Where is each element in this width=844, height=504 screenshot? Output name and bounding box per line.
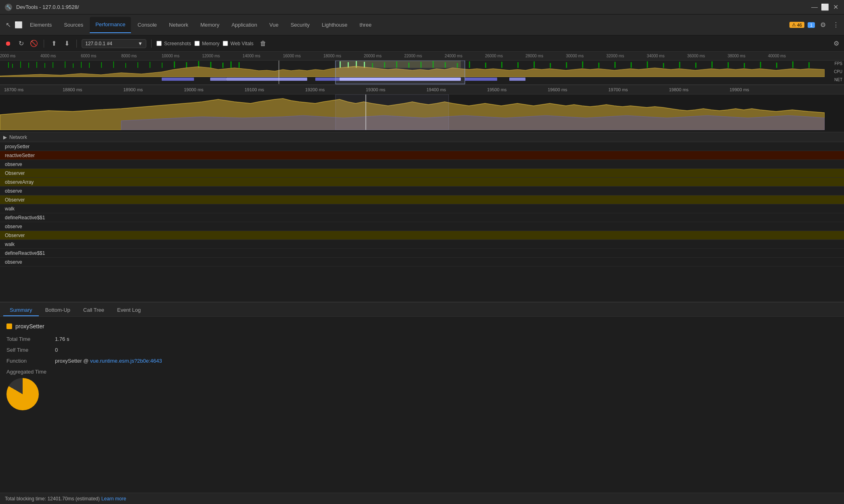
info-badge[interactable]: 1 (808, 22, 815, 28)
tab-memory[interactable]: Memory (195, 17, 225, 33)
tab-console[interactable]: Console (132, 17, 162, 33)
call-row-observer-1[interactable]: Observer (0, 169, 844, 178)
call-row-proxysetter[interactable]: proxySetter (0, 142, 844, 151)
call-row-observer-2[interactable]: Observer (0, 195, 844, 204)
svg-rect-11 (101, 62, 102, 68)
divider-2 (76, 40, 77, 48)
cursor-tool-button[interactable]: ↖ (3, 20, 13, 30)
zoom-label-12: 19900 ms (730, 87, 749, 92)
url-selector[interactable]: 127.0.0.1 #4 ▼ (82, 39, 146, 48)
time-label-1: 4000 ms (40, 54, 56, 58)
tab-bottom-up[interactable]: Bottom-Up (39, 304, 77, 316)
time-label-2: 6000 ms (81, 54, 96, 58)
call-stack-panel[interactable]: ▶ Network proxySetter reactiveSetter obs… (0, 132, 844, 302)
web-vitals-checkbox[interactable] (223, 41, 228, 46)
zoom-label-8: 19500 ms (487, 87, 506, 92)
web-vitals-label[interactable]: Web Vitals (230, 41, 253, 46)
time-label-9: 20000 ms (364, 54, 382, 58)
inspect-tool-button[interactable]: ⬜ (14, 20, 23, 30)
tab-vue[interactable]: Vue (264, 17, 284, 33)
screenshots-checkbox[interactable] (156, 41, 162, 46)
more-button[interactable]: ⋮ (831, 20, 841, 30)
time-label-0: 2000 ms (0, 54, 15, 58)
svg-rect-18 (186, 62, 187, 68)
zoom-label-6: 19300 ms (366, 87, 385, 92)
time-label-5: 12000 ms (202, 54, 220, 58)
network-arrow-icon: ▶ (3, 134, 7, 140)
call-row-walk-2[interactable]: walk (0, 240, 844, 249)
network-section-header[interactable]: ▶ Network (0, 132, 844, 142)
clear-button[interactable]: 🚫 (29, 39, 39, 48)
function-link[interactable]: vue.runtime.esm.js?2b0e:4643 (90, 358, 162, 364)
perf-settings-button[interactable]: ⚙ (832, 38, 841, 49)
call-row-reactivesetter[interactable]: reactiveSetter (0, 151, 844, 160)
delete-button[interactable]: 🗑 (258, 39, 268, 48)
zoom-label-7: 19400 ms (426, 87, 446, 92)
maximize-button[interactable]: ⬜ (821, 4, 829, 11)
call-row-definereactive-2[interactable]: defineReactive$$1 (0, 249, 844, 258)
svg-rect-59 (162, 78, 194, 81)
settings-button[interactable]: ⚙ (818, 20, 828, 30)
screenshots-label[interactable]: Screenshots (164, 41, 191, 46)
tab-application[interactable]: Application (226, 17, 263, 33)
tab-event-log[interactable]: Event Log (111, 304, 148, 316)
time-label-13: 28000 ms (525, 54, 543, 58)
time-label-11: 24000 ms (445, 54, 462, 58)
tab-call-tree[interactable]: Call Tree (77, 304, 111, 316)
memory-checkbox[interactable] (194, 41, 200, 46)
aggregated-time-title: Aggregated Time (6, 369, 838, 375)
cpu-side-label: CPU (834, 69, 842, 74)
summary-total-time-row: Total Time 1.76 s (6, 336, 838, 342)
time-label-12: 26000 ms (485, 54, 503, 58)
call-row-observe-2[interactable]: observe (0, 187, 844, 195)
tab-performance[interactable]: Performance (90, 17, 131, 33)
call-label: reactiveSetter (5, 153, 35, 158)
learn-more-link[interactable]: Learn more (101, 496, 126, 502)
tab-three[interactable]: three (354, 17, 378, 33)
svg-rect-17 (174, 61, 175, 68)
close-button[interactable]: ✕ (832, 4, 839, 11)
call-row-observearray[interactable]: observeArray (0, 178, 844, 187)
download-button[interactable]: ⬇ (62, 39, 72, 48)
svg-rect-7 (65, 61, 65, 68)
summary-function-name: proxySetter (15, 323, 44, 330)
svg-rect-22 (230, 61, 232, 68)
overview-svg (0, 61, 825, 85)
tab-sources[interactable]: Sources (58, 17, 89, 33)
svg-rect-55 (760, 62, 761, 68)
upload-button[interactable]: ⬆ (49, 39, 59, 48)
call-row-observer-3[interactable]: Observer (0, 231, 844, 240)
time-label-16: 34000 ms (647, 54, 665, 58)
time-label-19: 40000 ms (768, 54, 786, 58)
reload-record-button[interactable]: ↻ (16, 39, 26, 48)
call-label: observe (5, 224, 22, 229)
main-timeline-detail[interactable]: 18700 ms 18800 ms 18900 ms 19000 ms 1910… (0, 85, 844, 131)
call-row-observe-3[interactable]: observe (0, 222, 844, 231)
memory-label[interactable]: Memory (202, 41, 219, 46)
tab-security[interactable]: Security (285, 17, 315, 33)
timeline-container[interactable]: 2000 ms 4000 ms 6000 ms 8000 ms 10000 ms… (0, 52, 844, 132)
call-row-definereactive-1[interactable]: defineReactive$$1 (0, 213, 844, 222)
call-label: Observer (5, 233, 25, 238)
function-label: Function (6, 358, 55, 364)
total-time-label: Total Time (6, 336, 55, 342)
tab-lighthouse[interactable]: Lighthouse (316, 17, 353, 33)
minimize-button[interactable]: — (811, 4, 818, 11)
record-button[interactable]: ⏺ (3, 39, 13, 48)
alert-badge[interactable]: ⚠ 46 (789, 22, 804, 28)
zoom-label-1: 18800 ms (63, 87, 82, 92)
tab-network[interactable]: Network (163, 17, 194, 33)
info-count: 1 (810, 23, 812, 27)
call-row-walk-1[interactable]: walk (0, 204, 844, 213)
call-row-observe-1[interactable]: observe (0, 160, 844, 169)
window-title: DevTools - 127.0.0.1:9528/ (16, 4, 79, 10)
summary-function-row: Function proxySetter @ vue.runtime.esm.j… (6, 358, 838, 364)
function-text: proxySetter @ vue.runtime.esm.js?2b0e:46… (55, 358, 162, 364)
svg-rect-53 (728, 62, 729, 68)
time-label-3: 8000 ms (121, 54, 137, 58)
svg-rect-58 (808, 62, 810, 68)
call-label: defineReactive$$1 (5, 215, 45, 220)
call-row-observe-4[interactable]: observe (0, 258, 844, 267)
tab-elements[interactable]: Elements (24, 17, 57, 33)
tab-summary[interactable]: Summary (3, 304, 39, 316)
